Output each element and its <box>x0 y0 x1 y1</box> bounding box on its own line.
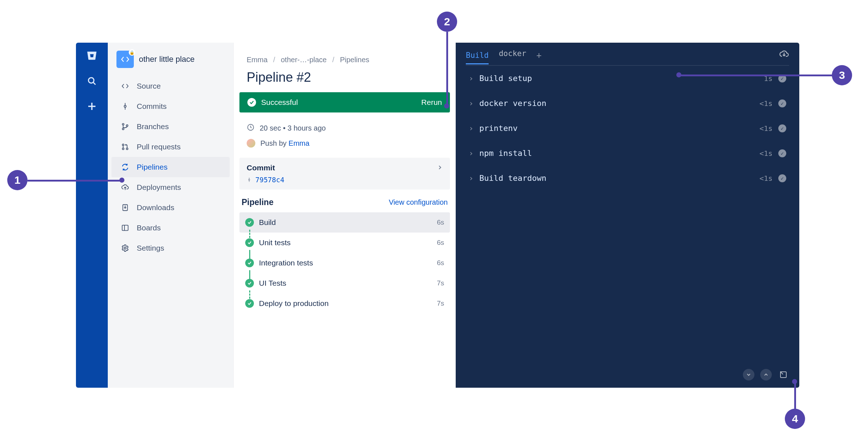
log-row-name: docker version <box>479 99 754 108</box>
annotation-line <box>681 75 833 76</box>
check-circle-icon <box>245 279 254 288</box>
log-row-duration: <1s <box>760 174 773 183</box>
log-row-duration: <1s <box>760 149 773 158</box>
svg-point-11 <box>122 148 124 150</box>
check-circle-icon: ✓ <box>778 124 786 132</box>
pipeline-step[interactable]: Unit tests 6s <box>239 233 450 253</box>
log-row[interactable]: › printenv <1s ✓ <box>466 116 789 141</box>
commit-heading: Commit <box>247 163 275 172</box>
chevron-right-icon: › <box>469 174 473 183</box>
nav-item-pull-requests[interactable]: Pull requests <box>111 137 230 157</box>
svg-point-7 <box>122 123 124 125</box>
crumb-owner[interactable]: Emma <box>247 56 268 64</box>
annotation-dot <box>676 72 681 77</box>
chevron-right-icon <box>437 163 443 172</box>
annotation-dot <box>792 379 797 384</box>
log-tab-docker[interactable]: docker <box>499 49 526 61</box>
create-icon[interactable] <box>85 100 98 113</box>
commit-panel[interactable]: Commit 79578c4 <box>239 158 450 190</box>
pipeline-heading: Pipeline <box>242 197 273 207</box>
step-label: Integration tests <box>259 259 437 267</box>
log-tabs: Build docker + <box>466 49 789 66</box>
bitbucket-logo-icon[interactable] <box>85 49 98 62</box>
rerun-button[interactable]: Rerun <box>421 98 442 107</box>
pipeline-step[interactable]: Build 6s <box>239 212 450 233</box>
nav-item-branches[interactable]: Branches <box>111 116 230 137</box>
log-row-name: npm install <box>479 149 754 158</box>
log-row[interactable]: › Build setup 1s ✓ <box>466 66 789 91</box>
chevron-right-icon: › <box>469 124 473 133</box>
commit-icon <box>247 176 252 184</box>
nav-item-downloads[interactable]: Downloads <box>111 197 230 218</box>
download-icon <box>120 203 130 213</box>
nav-label: Settings <box>137 244 164 252</box>
annotation-badge-4: 4 <box>785 409 805 429</box>
view-configuration-link[interactable]: View configuration <box>389 198 448 207</box>
nav-item-pipelines[interactable]: Pipelines <box>111 157 230 177</box>
log-row[interactable]: › Build teardown <1s ✓ <box>466 166 789 191</box>
step-label: Deploy to production <box>259 299 437 308</box>
avatar <box>247 139 255 148</box>
crumb-section[interactable]: Pipelines <box>340 56 369 64</box>
nav-item-boards[interactable]: Boards <box>111 218 230 238</box>
repo-title: other little place <box>139 55 195 64</box>
log-row[interactable]: › npm install <1s ✓ <box>466 141 789 166</box>
nav-item-settings[interactable]: Settings <box>111 238 230 258</box>
search-icon[interactable] <box>85 75 98 88</box>
download-logs-icon[interactable] <box>779 49 789 61</box>
nav-label: Branches <box>137 122 169 131</box>
nav-item-deployments[interactable]: Deployments <box>111 177 230 197</box>
log-panel: Build docker + › Build setup 1s ✓ › dock… <box>456 43 799 388</box>
pipeline-step[interactable]: UI Tests 7s <box>239 273 450 293</box>
add-tab-icon[interactable]: + <box>536 50 541 60</box>
pipeline-step[interactable]: Integration tests 6s <box>239 253 450 273</box>
expand-icon[interactable] <box>778 369 789 380</box>
step-duration: 7s <box>437 279 444 287</box>
check-circle-icon: ✓ <box>778 149 786 157</box>
svg-point-20 <box>248 179 250 180</box>
push-text: Push by Emma <box>260 139 310 148</box>
scroll-up-icon[interactable] <box>760 369 772 380</box>
svg-point-4 <box>124 105 126 107</box>
nav-label: Boards <box>137 224 161 232</box>
repo-nav: Source Commits Branches Pull requests Pi… <box>108 76 233 258</box>
log-row-duration: <1s <box>760 124 773 133</box>
crumb-repo[interactable]: other-…-place <box>281 56 327 64</box>
svg-point-0 <box>89 78 94 83</box>
nav-item-source[interactable]: Source <box>111 76 230 96</box>
pipeline-steps: Build 6s Unit tests 6s Integration tests… <box>234 212 456 321</box>
pipeline-section-header: Pipeline View configuration <box>234 190 456 212</box>
svg-point-12 <box>126 148 128 150</box>
log-row[interactable]: › docker version <1s ✓ <box>466 91 789 116</box>
boards-icon <box>120 223 130 233</box>
pull-request-icon <box>120 142 130 152</box>
run-metadata: 20 sec • 3 hours ago Push by Emma <box>234 112 456 150</box>
check-circle-icon <box>245 218 254 227</box>
annotation-badge-1: 1 <box>7 170 27 190</box>
commit-hash-link[interactable]: 79578c4 <box>255 176 284 184</box>
repo-header[interactable]: 🔒 other little place <box>108 48 233 76</box>
step-label: UI Tests <box>259 279 437 288</box>
gear-icon <box>120 243 130 253</box>
pipeline-step[interactable]: Deploy to production 7s <box>239 293 450 314</box>
nav-label: Commits <box>137 102 167 111</box>
push-user-link[interactable]: Emma <box>289 139 310 147</box>
svg-point-8 <box>122 128 124 130</box>
annotation-badge-3: 3 <box>832 65 852 85</box>
chevron-right-icon: › <box>469 149 473 158</box>
nav-label: Deployments <box>137 183 181 192</box>
annotation-line <box>446 32 448 104</box>
scroll-down-icon[interactable] <box>743 369 754 380</box>
log-tab-build[interactable]: Build <box>466 51 489 64</box>
repo-avatar: 🔒 <box>116 51 134 68</box>
check-circle-icon <box>245 299 254 308</box>
duration-text: 20 sec • 3 hours ago <box>260 124 326 132</box>
nav-item-commits[interactable]: Commits <box>111 96 230 116</box>
nav-label: Downloads <box>137 203 174 212</box>
chevron-right-icon: › <box>469 99 473 108</box>
log-footer-controls <box>743 369 789 380</box>
branch-icon <box>120 122 130 132</box>
log-row-name: Build teardown <box>479 174 754 183</box>
nav-label: Pipelines <box>137 163 167 171</box>
status-label: Successful <box>261 98 298 107</box>
